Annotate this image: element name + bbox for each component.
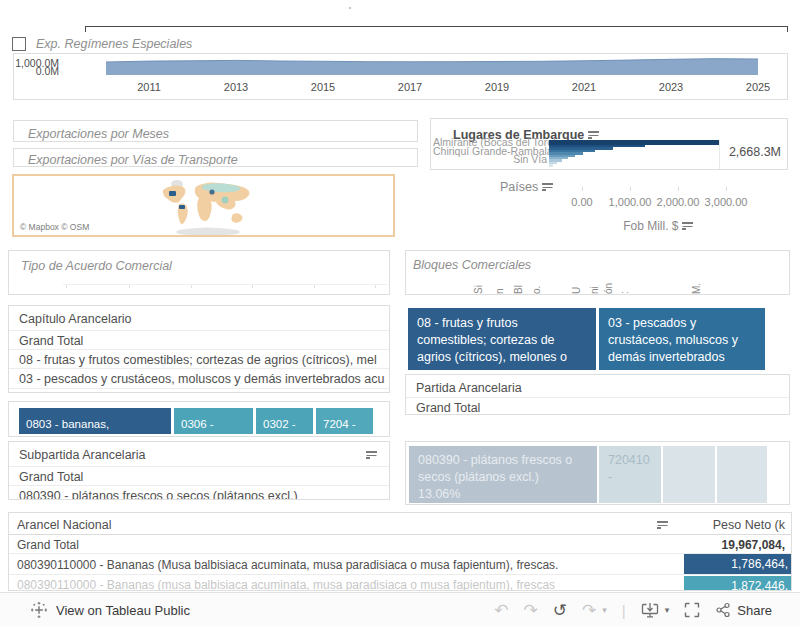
year-tick-label: 2021 bbox=[572, 81, 596, 93]
table-row[interactable]: Grand Total bbox=[416, 401, 785, 415]
map-attribution: © Mapbox © OSM bbox=[16, 221, 93, 233]
timeline-panel[interactable]: FO.. 1,000.0M 0.0M 201120132015201720192… bbox=[13, 53, 788, 100]
forward-icon[interactable]: ↷ bbox=[582, 602, 596, 619]
redo-icon[interactable]: ↷ bbox=[524, 602, 538, 619]
table-row[interactable]: Grand Total bbox=[19, 334, 385, 348]
download-caret-icon[interactable]: ▾ bbox=[665, 605, 670, 615]
table-row[interactable]: 080390110000 - Bananas (Musa balbisiaca … bbox=[17, 558, 667, 572]
year-tick-label: 2013 bbox=[224, 81, 248, 93]
year-tick-label: 2015 bbox=[311, 81, 335, 93]
sort-icon[interactable] bbox=[588, 131, 599, 140]
paises-axis-ticks: 0.001,000.002,000.003,000.00 bbox=[540, 187, 790, 213]
exp-regimenes-checkbox[interactable]: Exp. Regímenes Especiales bbox=[12, 37, 192, 51]
bloques-tick-label: ni bbox=[589, 264, 600, 294]
view-on-tableau-public-link[interactable]: View on Tableau Public bbox=[56, 603, 190, 618]
replay-icon[interactable]: ↺ bbox=[553, 602, 567, 619]
bloques-tick-label: Si bbox=[473, 264, 484, 294]
lugares-row-labels: Almirante (Bocas del Toro) Chiriquí Gran… bbox=[433, 138, 547, 164]
table-row[interactable]: Grand Total bbox=[19, 470, 385, 484]
treemap-box-0306[interactable]: 0306 - bbox=[174, 408, 253, 434]
treemap-box-080390[interactable]: 080390 - plátanos frescos o secos (pláta… bbox=[409, 446, 597, 503]
year-tick-label: 2025 bbox=[746, 81, 770, 93]
treemap-box-720410[interactable]: 720410 - bbox=[599, 446, 661, 503]
forward-caret-icon[interactable]: ▾ bbox=[602, 605, 607, 615]
subpartida-treemap-panel: 080390 - plátanos frescos o secos (pláta… bbox=[405, 441, 790, 505]
year-tick-label: 2019 bbox=[485, 81, 509, 93]
capitulo-arancelario-table: Capítulo Arancelario Grand Total 08 - fr… bbox=[8, 305, 390, 393]
grand-total-value: 19,967,084, bbox=[722, 538, 785, 552]
treemap-box-03-pescados[interactable]: 03 - pescados y crustáceos, moluscos y d… bbox=[599, 308, 765, 370]
world-map[interactable] bbox=[159, 178, 259, 237]
subpartida-arancelaria-table: Subpartida Arancelaria Grand Total 08039… bbox=[8, 441, 390, 500]
gridline bbox=[719, 140, 720, 169]
year-tick-label: 2017 bbox=[398, 81, 422, 93]
toolbar-separator: | bbox=[622, 602, 626, 619]
tableau-logo-icon bbox=[30, 601, 48, 619]
sheet-exportaciones-por-meses[interactable]: Exportaciones por Meses bbox=[13, 120, 418, 142]
table-row[interactable]: 080390110000 - Bananas (musa balbisiaca … bbox=[17, 578, 667, 591]
treemap-box-blank-2[interactable] bbox=[717, 446, 767, 503]
table-row[interactable]: 03 - pescados y crustáceos, moluscos y d… bbox=[19, 372, 385, 386]
table-row[interactable]: 080390 - plátanos frescos o secos (pláta… bbox=[19, 489, 385, 500]
fob-axis-label: Fob Mill. $ bbox=[598, 219, 718, 233]
table-header: Partida Arancelaria bbox=[416, 381, 785, 395]
area-chart[interactable] bbox=[106, 55, 788, 76]
axis-tick bbox=[678, 187, 679, 191]
x-axis-year-labels: 20112013201520172019202120232025 bbox=[106, 81, 788, 95]
lugares-max-value: 2,668.3M bbox=[729, 145, 781, 159]
partida-band-treemap: 0803 - bananas, 0306 - 0302 - 7204 - bbox=[8, 401, 390, 437]
undo-icon[interactable]: ↶ bbox=[494, 602, 508, 619]
table-row[interactable]: 08 - frutas y frutos comestibles; cortez… bbox=[19, 353, 385, 367]
treemap-box-08-frutas[interactable]: 08 - frutas y frutos comestibles; cortez… bbox=[408, 308, 596, 370]
year-tick-label: 2011 bbox=[137, 81, 161, 93]
checkbox-label: Exp. Regímenes Especiales bbox=[36, 37, 192, 51]
world-map-panel[interactable]: © Mapbox © OSM bbox=[12, 174, 395, 237]
table-header: Capítulo Arancelario bbox=[19, 312, 385, 326]
collapsed-title-dot bbox=[349, 7, 351, 9]
tipo-acuerdo-axis bbox=[63, 284, 387, 285]
axis-tick-label: 3,000.00 bbox=[705, 196, 748, 208]
checkbox-unchecked-icon[interactable] bbox=[12, 37, 26, 51]
y-tick-bottom: 0.0M bbox=[13, 65, 59, 77]
tipo-acuerdo-panel: Tipo de Acuerdo Comercial bbox=[8, 250, 390, 295]
arancel-nacional-table: Arancel Nacional Peso Neto (k Grand Tota… bbox=[8, 512, 792, 591]
bloques-comerciales-panel: Bloques Comerciales SinBlo.Unión:M. bbox=[405, 250, 790, 295]
lugares-bar[interactable] bbox=[549, 164, 553, 166]
treemap-box-0803[interactable]: 0803 - bananas, bbox=[19, 408, 171, 434]
bloques-tick-label: ón bbox=[603, 264, 614, 294]
sort-icon[interactable] bbox=[366, 451, 377, 460]
partida-arancelaria-table: Partida Arancelaria Grand Total bbox=[405, 374, 790, 415]
table-row[interactable]: Grand Total bbox=[17, 538, 667, 552]
bloques-tick-label: U bbox=[571, 264, 582, 294]
bloques-tick-label: n bbox=[494, 264, 505, 294]
download-icon[interactable] bbox=[641, 602, 659, 619]
sheet-title: Exportaciones por Meses bbox=[28, 127, 169, 141]
axis-tick bbox=[630, 187, 631, 191]
time-range-bracket bbox=[85, 26, 788, 32]
sheet-title: Exportaciones por Vías de Transporte bbox=[28, 153, 238, 167]
treemap-box-7204[interactable]: 7204 - bbox=[316, 408, 373, 434]
lugares-de-embarque-panel: Lugares de Embarque Almirante (Bocas del… bbox=[430, 118, 788, 170]
treemap-box-0302[interactable]: 0302 - bbox=[256, 408, 313, 434]
sort-icon[interactable] bbox=[682, 222, 693, 231]
tableau-dashboard: Exp. Regímenes Especiales FO.. 1,000.0M … bbox=[0, 0, 800, 627]
share-nodes-icon bbox=[715, 602, 731, 618]
year-tick-label: 2023 bbox=[659, 81, 683, 93]
bloques-tick-label: o. bbox=[531, 264, 542, 294]
bloques-tick-label: Bl bbox=[513, 264, 524, 294]
axis-tick-label: 2,000.00 bbox=[657, 196, 700, 208]
fullscreen-icon[interactable] bbox=[684, 602, 700, 618]
axis-tick bbox=[582, 187, 583, 191]
highlighted-value-cell[interactable]: 1,786,464, bbox=[684, 554, 792, 574]
highlighted-value-cell[interactable]: 1,872,446, bbox=[684, 576, 792, 591]
treemap-box-blank-1[interactable] bbox=[663, 446, 715, 503]
tipo-acuerdo-title: Tipo de Acuerdo Comercial bbox=[21, 259, 172, 273]
tableau-toolbar: View on Tableau Public ↶ ↷ ↺ ↷ ▾ | ▾ bbox=[0, 592, 800, 627]
axis-tick-label: 0.00 bbox=[571, 196, 592, 208]
axis-tick bbox=[726, 187, 727, 191]
table-header: Subpartida Arancelaria bbox=[19, 448, 385, 462]
sheet-exportaciones-por-vias[interactable]: Exportaciones por Vías de Transporte bbox=[13, 148, 418, 167]
sort-icon[interactable] bbox=[657, 521, 668, 530]
share-button[interactable]: Share bbox=[715, 602, 772, 618]
table-header: Arancel Nacional bbox=[17, 518, 667, 532]
